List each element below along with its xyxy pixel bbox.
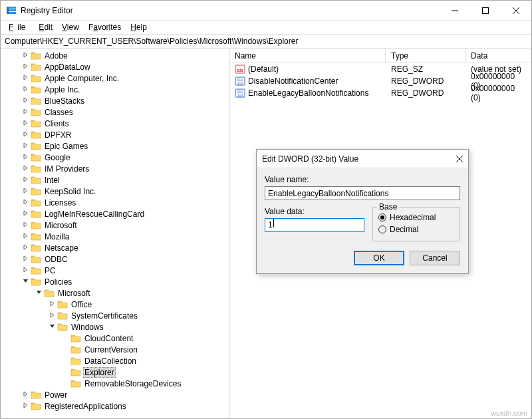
tree-item[interactable]: KeepSolid Inc. xyxy=(1,186,229,197)
address-text: Computer\HKEY_CURRENT_USER\Software\Poli… xyxy=(5,37,298,46)
tree-item-policies[interactable]: Policies xyxy=(1,276,229,287)
folder-icon xyxy=(31,402,41,411)
expand-icon[interactable] xyxy=(21,142,30,150)
expand-icon[interactable] xyxy=(21,210,30,217)
tree-item-label: RemovableStorageDevices xyxy=(83,379,182,388)
tree-item[interactable]: Office xyxy=(1,299,229,310)
tree-item[interactable]: Google xyxy=(1,152,229,163)
tree-item-label: Adobe xyxy=(43,51,69,61)
expand-icon[interactable] xyxy=(47,301,57,308)
tree-item[interactable]: Netscape xyxy=(1,242,229,253)
tree-item[interactable]: DPFXR xyxy=(1,129,229,140)
expand-icon[interactable] xyxy=(21,221,30,229)
ok-button[interactable]: OK xyxy=(354,251,404,265)
tree-item-windows[interactable]: Windows xyxy=(1,321,229,333)
expand-icon[interactable] xyxy=(21,52,30,59)
expand-icon[interactable] xyxy=(21,176,30,184)
tree-item[interactable]: Microsoft xyxy=(1,219,229,231)
tree-item[interactable]: RegisteredApplications xyxy=(1,400,229,412)
tree-item-label: Microsoft xyxy=(43,221,78,230)
collapse-icon[interactable] xyxy=(21,278,30,285)
folder-icon xyxy=(57,311,68,321)
expand-icon[interactable] xyxy=(21,267,30,274)
tree-item[interactable]: PC xyxy=(1,265,229,276)
column-name[interactable]: Name xyxy=(229,49,386,63)
tree-item[interactable]: Apple Computer, Inc. xyxy=(1,72,229,84)
tree-item[interactable]: RemovableStorageDevices xyxy=(1,378,229,389)
tree-item[interactable]: Licenses xyxy=(1,197,229,208)
expand-icon[interactable] xyxy=(21,165,30,172)
window-close-button[interactable] xyxy=(501,1,531,21)
menu-bar: File Edit View Favorites Help xyxy=(1,21,531,34)
tree-item[interactable]: Clients xyxy=(1,118,229,129)
folder-icon xyxy=(57,300,68,309)
tree-item[interactable]: AppDataLow xyxy=(1,61,229,72)
base-group: Base Hexadecimal Decimal xyxy=(372,207,460,241)
menu-help[interactable]: Help xyxy=(126,21,151,33)
dialog-close-button[interactable] xyxy=(444,154,463,164)
tree-item[interactable]: DataCollection xyxy=(1,355,229,366)
tree-item[interactable]: Intel xyxy=(1,174,229,186)
list-row[interactable]: 011110EnableLegacyBalloonNotificationsRE… xyxy=(229,87,531,99)
cancel-button[interactable]: Cancel xyxy=(410,251,460,265)
expand-icon[interactable] xyxy=(21,74,30,82)
radio-decimal[interactable]: Decimal xyxy=(378,223,454,235)
tree-item[interactable]: IM Providers xyxy=(1,163,229,174)
expand-icon[interactable] xyxy=(21,391,30,398)
expand-icon[interactable] xyxy=(21,244,30,251)
window-maximize-button[interactable] xyxy=(470,1,501,21)
expand-icon[interactable] xyxy=(21,86,30,93)
tree-item[interactable]: BlueStacks xyxy=(1,95,229,106)
expand-icon[interactable] xyxy=(21,63,30,70)
svg-text:ab: ab xyxy=(237,67,243,73)
menu-file[interactable]: File xyxy=(5,21,33,33)
tree-item[interactable]: LogMeInRescueCallingCard xyxy=(1,208,229,219)
tree-item[interactable]: Epic Games xyxy=(1,140,229,152)
tree-item-microsoft[interactable]: Microsoft xyxy=(1,287,229,299)
folder-icon xyxy=(31,198,41,208)
menu-favorites[interactable]: Favorites xyxy=(84,21,125,33)
tree-item[interactable]: CurrentVersion xyxy=(1,344,229,355)
radio-hexadecimal[interactable]: Hexadecimal xyxy=(378,211,454,223)
column-data[interactable]: Data xyxy=(466,49,531,63)
address-bar[interactable]: Computer\HKEY_CURRENT_USER\Software\Poli… xyxy=(1,34,531,49)
expand-icon[interactable] xyxy=(21,188,30,195)
tree-item[interactable]: CloudContent xyxy=(1,333,229,344)
folder-icon xyxy=(31,255,41,264)
folder-icon xyxy=(31,243,41,253)
folder-icon xyxy=(31,119,41,128)
tree-pane[interactable]: AdobeAppDataLowApple Computer, Inc.Apple… xyxy=(1,49,229,418)
folder-icon xyxy=(70,379,81,388)
expand-icon[interactable] xyxy=(21,131,30,138)
expand-icon[interactable] xyxy=(21,233,30,240)
tree-item[interactable]: Classes xyxy=(1,106,229,118)
tree-item[interactable]: Power xyxy=(1,389,229,400)
tree-item-explorer[interactable]: Explorer xyxy=(1,366,229,378)
expand-icon[interactable] xyxy=(21,402,30,410)
expand-icon[interactable] xyxy=(21,97,30,104)
tree-item[interactable]: Adobe xyxy=(1,50,229,61)
folder-icon xyxy=(31,153,41,162)
collapse-icon[interactable] xyxy=(34,289,43,297)
collapse-icon[interactable] xyxy=(47,323,57,331)
folder-icon xyxy=(31,210,41,219)
tree-item-label: KeepSolid Inc. xyxy=(43,187,97,196)
window-titlebar: Registry Editor xyxy=(1,1,531,21)
expand-icon[interactable] xyxy=(47,312,57,319)
expand-icon[interactable] xyxy=(21,108,30,116)
folder-icon xyxy=(31,266,41,275)
tree-item[interactable]: SystemCertificates xyxy=(1,310,229,321)
value-data-field[interactable]: 1 xyxy=(265,218,364,232)
expand-icon[interactable] xyxy=(21,120,30,127)
column-type[interactable]: Type xyxy=(386,49,466,63)
tree-item[interactable]: Apple Inc. xyxy=(1,84,229,95)
value-name-field[interactable] xyxy=(265,186,460,200)
expand-icon[interactable] xyxy=(21,255,30,263)
expand-icon[interactable] xyxy=(21,154,30,161)
tree-item[interactable]: ODBC xyxy=(1,253,229,265)
window-minimize-button[interactable] xyxy=(440,1,470,21)
tree-item[interactable]: Mozilla xyxy=(1,231,229,242)
expand-icon[interactable] xyxy=(21,199,30,206)
menu-edit[interactable]: Edit xyxy=(35,21,57,33)
menu-view[interactable]: View xyxy=(58,21,83,33)
